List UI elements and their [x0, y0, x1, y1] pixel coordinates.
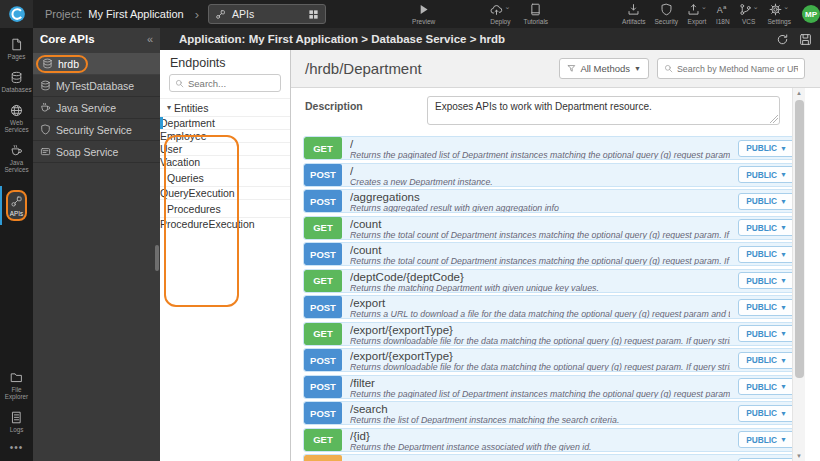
visibility-dropdown[interactable]: PUBLIC ▼: [738, 431, 795, 448]
collapse-panel-icon[interactable]: «: [147, 33, 153, 45]
topbar-right-actions: Artifacts Security ⌄ Export A: [622, 3, 791, 25]
tree-row[interactable]: Procedures: [160, 199, 290, 217]
topbar-action-button[interactable]: Aa I18N: [716, 3, 730, 25]
core-api-item[interactable]: Java Service: [33, 97, 160, 119]
visibility-dropdown[interactable]: PUBLIC ▼: [738, 166, 795, 183]
api-row-body[interactable]: [342, 455, 738, 461]
method-badge[interactable]: GET: [304, 217, 342, 239]
method-badge[interactable]: POST: [304, 190, 342, 212]
visibility-dropdown[interactable]: PUBLIC ▼: [738, 352, 795, 369]
scroll-down-icon[interactable]: ▼: [796, 451, 802, 461]
api-row-body[interactable]: /export Returns a URL to download a file…: [342, 296, 738, 318]
visibility-dropdown[interactable]: PUBLIC ▼: [738, 458, 795, 461]
tree-row[interactable]: ProcedureExecution: [160, 217, 290, 230]
api-row-body[interactable]: /deptCode/{deptCode} Returns the matchin…: [342, 270, 738, 292]
visibility-label: PUBLIC: [746, 329, 777, 339]
rail-item[interactable]: Logs: [0, 409, 33, 435]
tree-row[interactable]: User: [160, 142, 290, 155]
panel-scrollbar-thumb[interactable]: [155, 245, 159, 271]
core-api-item[interactable]: Soap Service: [33, 141, 160, 163]
api-row-body[interactable]: / Creates a new Department instance.: [342, 164, 738, 186]
api-row-body[interactable]: /export/{exportType} Returns downloadabl…: [342, 323, 738, 345]
core-api-item[interactable]: Security Service: [33, 119, 160, 141]
visibility-dropdown[interactable]: PUBLIC ▼: [738, 299, 795, 316]
method-badge[interactable]: GET: [304, 429, 342, 451]
endpoints-search[interactable]: [169, 74, 281, 92]
rail-item[interactable]: APIs: [0, 188, 33, 223]
chevron-down-icon: ▼: [780, 198, 787, 205]
rail-item[interactable]: File Explorer: [0, 369, 33, 402]
api-row-body[interactable]: /export/{exportType} Returns downloadabl…: [342, 349, 738, 371]
topbar-action-button[interactable]: ⌄ Deploy: [490, 3, 510, 25]
rail-item-label: Web Services: [0, 119, 33, 133]
method-badge[interactable]: POST: [304, 376, 342, 398]
save-icon[interactable]: [799, 33, 812, 46]
visibility-dropdown[interactable]: PUBLIC ▼: [738, 219, 795, 236]
topbar-action-button[interactable]: ⌄ Settings: [768, 3, 792, 25]
user-avatar[interactable]: MP: [802, 5, 820, 23]
vertical-scrollbar[interactable]: ▲ ▼: [792, 88, 805, 461]
grid-icon[interactable]: [308, 9, 319, 20]
chevron-down-icon: ⌄: [783, 3, 789, 11]
core-api-item-icon: [40, 146, 51, 157]
endpoints-search-input[interactable]: [188, 78, 275, 89]
tree-row[interactable]: Vacation: [160, 155, 290, 168]
core-api-item[interactable]: hrdb: [33, 53, 160, 75]
method-badge[interactable]: POST: [304, 402, 342, 424]
rail-item[interactable]: Java Services: [0, 142, 33, 175]
method-search-input[interactable]: [677, 64, 798, 74]
api-path: /filter: [350, 377, 730, 389]
method-badge[interactable]: GET: [304, 137, 342, 159]
logo-icon: [8, 5, 26, 23]
topbar-action-button[interactable]: Tutorials: [523, 3, 548, 25]
visibility-dropdown[interactable]: PUBLIC ▼: [738, 378, 795, 395]
tab-apis[interactable]: APIs: [208, 4, 326, 24]
rail-item[interactable]: Pages: [0, 36, 33, 62]
caret-down-icon: ▾: [167, 103, 171, 112]
refresh-icon[interactable]: [776, 33, 789, 46]
app-logo[interactable]: [0, 0, 33, 28]
method-badge[interactable]: GET: [304, 323, 342, 345]
visibility-dropdown[interactable]: PUBLIC ▼: [738, 325, 795, 342]
description-textarea[interactable]: Exposes APIs to work with Department res…: [427, 96, 780, 125]
scrollbar-thumb[interactable]: [795, 100, 804, 378]
api-row-body[interactable]: /{id} Returns the Department instance as…: [342, 429, 738, 451]
tree-row[interactable]: Employee: [160, 129, 290, 142]
more-options-icon[interactable]: •••: [10, 442, 24, 453]
tree-row-label: QueryExecution: [160, 187, 235, 199]
visibility-dropdown[interactable]: PUBLIC ▼: [738, 246, 795, 263]
method-badge[interactable]: POST: [304, 243, 342, 265]
api-row-body[interactable]: / Returns the paginated list of Departme…: [342, 137, 738, 159]
topbar-action-button[interactable]: ⌄ VCS: [739, 3, 759, 25]
api-row-body[interactable]: /count Returns the total count of Depart…: [342, 243, 738, 265]
method-badge[interactable]: PUT: [304, 455, 342, 461]
visibility-dropdown[interactable]: PUBLIC ▼: [738, 193, 795, 210]
method-badge[interactable]: GET: [304, 270, 342, 292]
api-row-body[interactable]: /search Returns the list of Department i…: [342, 402, 738, 424]
method-search[interactable]: [657, 58, 805, 79]
api-row-body[interactable]: /aggregations Returns aggregated result …: [342, 190, 738, 212]
rail-item[interactable]: Web Services: [0, 102, 33, 135]
topbar-action-button[interactable]: ⌄ Export: [687, 3, 707, 25]
tree-row[interactable]: ▾ Entities: [160, 98, 290, 116]
method-badge[interactable]: POST: [304, 349, 342, 371]
tree-row[interactable]: Queries: [160, 168, 290, 186]
tree-row[interactable]: Department: [160, 116, 290, 129]
method-badge[interactable]: POST: [304, 164, 342, 186]
methods-filter-dropdown[interactable]: All Methods ▼: [559, 58, 649, 79]
topbar-action-button[interactable]: Artifacts: [622, 3, 645, 25]
visibility-dropdown[interactable]: PUBLIC ▼: [738, 140, 795, 157]
method-badge[interactable]: POST: [304, 296, 342, 318]
core-api-item[interactable]: MyTestDatabase: [33, 75, 160, 97]
api-row-body[interactable]: /count Returns the total count of Depart…: [342, 217, 738, 239]
topbar-action-button[interactable]: Security: [655, 3, 678, 25]
topbar-action-button[interactable]: Preview: [412, 3, 435, 25]
visibility-dropdown[interactable]: PUBLIC ▼: [738, 405, 795, 422]
resize-handle[interactable]: [770, 115, 778, 123]
visibility-dropdown[interactable]: PUBLIC ▼: [738, 272, 795, 289]
tree-row[interactable]: QueryExecution: [160, 186, 290, 199]
api-row-body[interactable]: /filter Returns the paginated list of De…: [342, 376, 738, 398]
chevron-down-icon: ⌄: [701, 3, 707, 11]
rail-item[interactable]: Databases: [0, 69, 33, 95]
scroll-up-icon[interactable]: ▲: [796, 88, 802, 98]
